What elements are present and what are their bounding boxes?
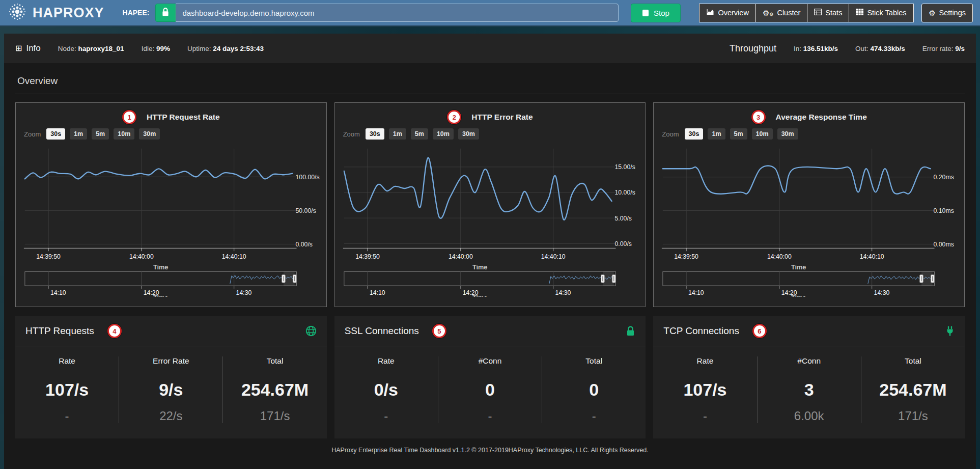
stat-column-value: 254.67M	[861, 380, 965, 400]
settings-button[interactable]: ⚙ Settings	[921, 4, 973, 22]
stat-card-number-badge: 6	[752, 324, 767, 338]
zoom-option-30s-button[interactable]: 30s	[366, 128, 384, 140]
zoom-row: Zoom 30s1m5m10m30m	[659, 126, 959, 142]
node-field: Node: haproxy18_01	[58, 45, 124, 52]
x-axis-label: 14:39:50	[355, 253, 380, 260]
x-axis-title: Time	[791, 263, 806, 271]
navigator-x-label: 14:30	[555, 289, 571, 296]
zoom-option-1m-button[interactable]: 1m	[389, 128, 406, 140]
chart-plot-holder: 0.20ms0.10ms0.00ms14:39:5014:40:0014:40:…	[659, 142, 959, 297]
chart-plot[interactable]: 0.20ms0.10ms0.00ms14:39:5014:40:0014:40:…	[659, 142, 959, 297]
navigator-x-axis-title: Time	[153, 294, 169, 297]
x-axis-label: 14:40:00	[449, 253, 473, 260]
navigator-outline[interactable]	[663, 272, 935, 286]
y-axis-label: 5.00/s	[614, 215, 631, 222]
navigator-outline[interactable]	[344, 272, 616, 286]
stat-column: #Conn0-	[438, 356, 542, 423]
stat-cards-row: HTTP Requests 4 Rate107/s-Error Rate9/s2…	[4, 307, 976, 438]
navigator-x-axis-title: Time	[472, 294, 488, 297]
stat-column-subvalue: 6.00k	[758, 409, 861, 423]
stat-column-value: 254.67M	[223, 380, 326, 400]
stat-column-header: Error Rate	[119, 356, 222, 366]
navigator-x-label: 14:30	[874, 289, 890, 296]
chart-plot[interactable]: 15.00/s10.00/s5.00/s0.00/s14:39:5014:40:…	[340, 142, 640, 297]
y-axis-label: 100.00/s	[296, 174, 320, 181]
top-navbar: HAPROXY HAPEE: Stop Overview ⚙⚙ Cluster …	[0, 0, 980, 26]
chart-area-icon	[706, 9, 714, 17]
y-axis-label: 0.00/s	[296, 241, 313, 248]
overview-divider	[15, 94, 965, 94]
stat-column-header: #Conn	[758, 356, 861, 366]
expand-square-icon: ⊞	[15, 44, 22, 52]
stats-nav-button[interactable]: Stats	[807, 4, 849, 22]
zoom-option-5m-button[interactable]: 5m	[411, 128, 428, 140]
cluster-nav-label: Cluster	[777, 9, 800, 17]
zoom-option-30s-button[interactable]: 30s	[46, 128, 65, 140]
stat-column-subvalue: -	[542, 409, 646, 423]
chart-plot-holder: 100.00/s50.00/s0.00/s14:39:5014:40:0014:…	[21, 142, 321, 297]
gear-icon: ⚙	[929, 9, 935, 17]
zoom-option-10m-button[interactable]: 10m	[114, 128, 134, 140]
zoom-option-1m-button[interactable]: 1m	[70, 128, 87, 140]
zoom-option-30s-button[interactable]: 30s	[685, 128, 704, 140]
zoom-option-30m-button[interactable]: 30m	[139, 128, 160, 140]
zoom-option-30m-button[interactable]: 30m	[458, 128, 479, 140]
y-axis-label: 0.00/s	[614, 240, 631, 247]
globe-icon	[305, 325, 317, 337]
zoom-option-5m-button[interactable]: 5m	[92, 128, 109, 140]
overview-nav-button[interactable]: Overview	[699, 4, 755, 22]
info-toggle[interactable]: ⊞ Info	[15, 43, 41, 53]
chart-plot[interactable]: 100.00/s50.00/s0.00/s14:39:5014:40:0014:…	[21, 142, 321, 297]
stats-nav-label: Stats	[825, 9, 842, 17]
zoom-option-10m-button[interactable]: 10m	[752, 128, 773, 140]
stick-tables-nav-button[interactable]: Stick Tables	[849, 4, 913, 22]
x-axis-label: 14:40:10	[860, 253, 884, 260]
stick-tables-nav-label: Stick Tables	[867, 9, 906, 17]
chart-number-badge: 1	[122, 110, 136, 124]
navigator-x-label: 14:10	[50, 289, 66, 296]
zoom-option-5m-button[interactable]: 5m	[730, 128, 747, 140]
series-line	[663, 166, 931, 194]
zoom-label: Zoom	[24, 130, 41, 138]
chart-panel: 3 Average Response Time Zoom 30s1m5m10m3…	[653, 102, 965, 307]
stat-column-header: #Conn	[438, 356, 542, 366]
y-axis-label: 0.20ms	[934, 174, 954, 181]
zoom-label: Zoom	[662, 130, 679, 138]
stat-column-subvalue: -	[653, 409, 757, 423]
dashboard-url-input[interactable]	[176, 4, 619, 22]
stat-card-title: TCP Connections	[663, 325, 739, 337]
chart-title: HTTP Error Rate	[471, 113, 533, 122]
stat-card-number-badge: 4	[107, 324, 122, 338]
plug-icon	[945, 325, 955, 337]
y-axis-label: 15.00/s	[614, 163, 635, 171]
cluster-nav-button[interactable]: ⚙⚙ Cluster	[756, 4, 807, 22]
stat-column-subvalue: -	[15, 409, 119, 423]
chart-title: HTTP Request Rate	[147, 113, 220, 122]
stat-column: Total254.67M171/s	[222, 356, 326, 423]
zoom-label: Zoom	[343, 130, 360, 138]
throughput-out-field: Out: 474.33kb/s	[855, 45, 905, 52]
stop-button[interactable]: Stop	[631, 4, 681, 22]
chart-panel: 2 HTTP Error Rate Zoom 30s1m5m10m30m 15.…	[334, 102, 646, 307]
stat-card: HTTP Requests 4 Rate107/s-Error Rate9/s2…	[15, 316, 327, 438]
stat-column-value: 107/s	[15, 380, 119, 400]
zoom-option-30m-button[interactable]: 30m	[777, 128, 798, 140]
y-axis-label: 50.00/s	[296, 207, 316, 214]
stat-card-body: Rate107/s-Error Rate9/s22/sTotal254.67M1…	[15, 346, 327, 438]
zoom-row: Zoom 30s1m5m10m30m	[340, 126, 640, 142]
zoom-option-1m-button[interactable]: 1m	[708, 128, 725, 140]
zoom-option-10m-button[interactable]: 10m	[433, 128, 454, 140]
x-axis-label: 14:40:10	[541, 253, 565, 260]
stat-column-subvalue: -	[438, 409, 542, 423]
navigator-outline[interactable]	[25, 272, 297, 286]
stat-card-title: SSL Connections	[345, 325, 419, 337]
chart-title-row: 2 HTTP Error Rate	[340, 108, 640, 126]
x-axis-title: Time	[472, 263, 488, 271]
stat-column-header: Total	[223, 356, 326, 366]
x-axis-label: 14:39:50	[36, 253, 61, 260]
info-bar: ⊞ Info Node: haproxy18_01 Idle: 99% Upti…	[4, 34, 976, 63]
zoom-row: Zoom 30s1m5m10m30m	[21, 126, 321, 142]
x-axis-title: Time	[153, 263, 169, 271]
chart-title: Average Response Time	[776, 113, 867, 122]
chart-title-row: 3 Average Response Time	[659, 108, 959, 126]
